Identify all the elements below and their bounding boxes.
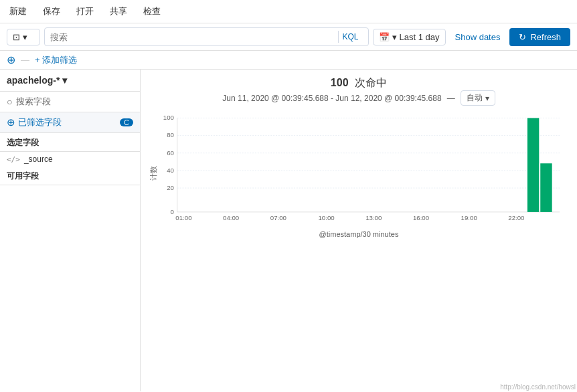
filtered-count-badge: C xyxy=(120,118,133,126)
svg-text:40: 40 xyxy=(167,167,174,174)
show-dates-button[interactable]: Show dates xyxy=(450,29,506,45)
bar-22b xyxy=(540,163,552,212)
open-button[interactable]: 打开 xyxy=(74,4,96,19)
svg-text:01:00: 01:00 xyxy=(175,214,191,221)
svg-text:60: 60 xyxy=(167,149,174,157)
bar-22 xyxy=(527,118,539,211)
hits-label: 次命中 xyxy=(355,77,387,88)
index-pattern-name: apachelog-* xyxy=(7,75,60,86)
filtered-fields-label: 已筛选字段 xyxy=(18,116,62,128)
auto-interval-selector[interactable]: 自动 ▾ xyxy=(461,90,495,106)
svg-text:10:00: 10:00 xyxy=(318,214,334,221)
chart-separator: — xyxy=(447,94,455,103)
kql-badge[interactable]: KQL xyxy=(338,31,363,43)
inspect-button[interactable]: 检查 xyxy=(141,4,163,19)
svg-text:16:00: 16:00 xyxy=(413,214,429,221)
chart-title: 100 次命中 xyxy=(151,76,566,90)
filtered-fields-row[interactable]: ⊕ 已筛选字段 C xyxy=(0,112,140,133)
chart-subtitle: Jun 11, 2020 @ 00:39:45.688 - Jun 12, 20… xyxy=(151,90,566,106)
x-axis-label: @timestamp/30 minutes xyxy=(151,230,566,238)
filter-icon[interactable]: ⊕ xyxy=(7,54,15,66)
chart-container: 100 次命中 Jun 11, 2020 @ 00:39:45.688 - Ju… xyxy=(141,70,577,391)
chart-svg-wrap: 计数 100 80 60 40 20 0 xyxy=(151,110,566,237)
search-input-wrap: KQL xyxy=(44,27,369,46)
available-fields-label: 可用字段 xyxy=(0,167,140,185)
share-button[interactable]: 共享 xyxy=(107,4,130,19)
y-axis-label: 计数 xyxy=(149,166,159,181)
date-range-label: Last 1 day xyxy=(400,32,440,42)
field-search-label: 搜索字段 xyxy=(16,96,51,108)
new-button[interactable]: 新建 xyxy=(7,4,29,19)
index-pattern-selector[interactable]: apachelog-* ▾ xyxy=(0,70,140,92)
date-selector[interactable]: 📅 Last 1 day xyxy=(373,29,446,45)
add-filter-button[interactable]: + 添加筛选 xyxy=(35,54,77,66)
field-type-icon: </> xyxy=(7,155,20,164)
date-chevron-icon xyxy=(392,32,397,42)
chart-date-range: Jun 11, 2020 @ 00:39:45.688 - Jun 12, 20… xyxy=(222,94,441,103)
chart-header: 100 次命中 Jun 11, 2020 @ 00:39:45.688 - Ju… xyxy=(151,76,566,106)
svg-text:22:00: 22:00 xyxy=(508,214,524,221)
selected-fields-label: 选定字段 xyxy=(0,133,140,152)
filtered-fields-circle-icon: ⊕ xyxy=(7,116,15,128)
svg-text:19:00: 19:00 xyxy=(461,214,477,221)
search-row: ⊡ KQL 📅 Last 1 day Show dates ↻ Refresh xyxy=(0,23,577,51)
watermark: http://blog.csdn.net/howsl xyxy=(500,383,576,391)
content-area: 100 次命中 Jun 11, 2020 @ 00:39:45.688 - Ju… xyxy=(141,70,577,391)
auto-chevron-icon: ▾ xyxy=(485,94,489,103)
svg-text:13:00: 13:00 xyxy=(365,214,382,221)
histogram-chart: 100 80 60 40 20 0 01:00 04:00 07:00 10:0… xyxy=(151,110,566,227)
svg-text:100: 100 xyxy=(163,114,174,121)
refresh-icon: ↻ xyxy=(519,32,526,42)
refresh-button[interactable]: ↻ Refresh xyxy=(509,28,570,46)
index-selector[interactable]: ⊡ xyxy=(7,29,40,45)
index-chevron-icon xyxy=(23,32,27,42)
field-item[interactable]: </> _source xyxy=(0,152,140,167)
search-input[interactable] xyxy=(50,32,338,42)
index-pattern-chevron-icon: ▾ xyxy=(62,75,67,86)
svg-text:04:00: 04:00 xyxy=(223,214,239,221)
field-search-icon: ○ xyxy=(7,96,12,107)
hits-count: 100 xyxy=(331,77,349,88)
auto-label: 自动 xyxy=(467,92,483,104)
index-icon: ⊡ xyxy=(13,32,20,42)
filter-row: ⊕ — + 添加筛选 xyxy=(0,51,577,70)
field-search-row[interactable]: ○ 搜索字段 xyxy=(0,92,140,112)
svg-text:07:00: 07:00 xyxy=(270,214,286,221)
svg-text:20: 20 xyxy=(167,184,174,191)
svg-text:80: 80 xyxy=(167,131,174,138)
main-layout: apachelog-* ▾ ○ 搜索字段 ⊕ 已筛选字段 C 选定字段 </> … xyxy=(0,70,577,391)
top-toolbar: 新建 保存 打开 共享 检查 xyxy=(0,0,577,23)
svg-text:0: 0 xyxy=(171,208,174,215)
save-button[interactable]: 保存 xyxy=(40,4,63,19)
filter-divider: — xyxy=(21,55,29,65)
field-name: _source xyxy=(24,155,53,164)
refresh-label: Refresh xyxy=(530,32,561,42)
sidebar: apachelog-* ▾ ○ 搜索字段 ⊕ 已筛选字段 C 选定字段 </> … xyxy=(0,70,141,391)
calendar-icon: 📅 xyxy=(379,32,390,42)
